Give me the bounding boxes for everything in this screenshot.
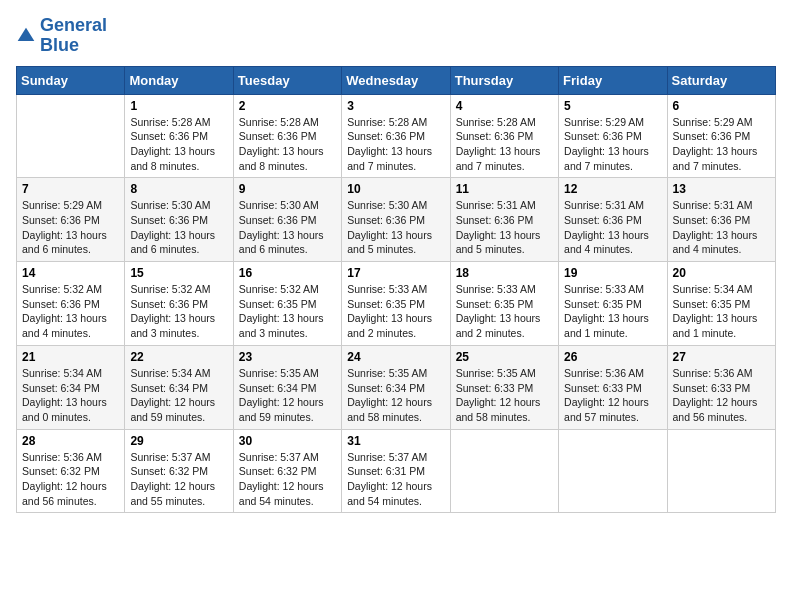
calendar-cell: 22Sunrise: 5:34 AMSunset: 6:34 PMDayligh… bbox=[125, 345, 233, 429]
calendar-cell: 15Sunrise: 5:32 AMSunset: 6:36 PMDayligh… bbox=[125, 262, 233, 346]
day-number: 6 bbox=[673, 99, 770, 113]
day-number: 12 bbox=[564, 182, 661, 196]
day-info: Sunrise: 5:34 AMSunset: 6:34 PMDaylight:… bbox=[130, 366, 227, 425]
calendar-cell: 19Sunrise: 5:33 AMSunset: 6:35 PMDayligh… bbox=[559, 262, 667, 346]
calendar-header: SundayMondayTuesdayWednesdayThursdayFrid… bbox=[17, 66, 776, 94]
day-number: 15 bbox=[130, 266, 227, 280]
day-number: 19 bbox=[564, 266, 661, 280]
weekday-header-monday: Monday bbox=[125, 66, 233, 94]
day-number: 30 bbox=[239, 434, 336, 448]
calendar-cell: 26Sunrise: 5:36 AMSunset: 6:33 PMDayligh… bbox=[559, 345, 667, 429]
logo-text: General Blue bbox=[40, 16, 107, 56]
calendar-cell: 5Sunrise: 5:29 AMSunset: 6:36 PMDaylight… bbox=[559, 94, 667, 178]
calendar-cell: 18Sunrise: 5:33 AMSunset: 6:35 PMDayligh… bbox=[450, 262, 558, 346]
calendar-cell bbox=[559, 429, 667, 513]
day-info: Sunrise: 5:30 AMSunset: 6:36 PMDaylight:… bbox=[130, 198, 227, 257]
day-number: 28 bbox=[22, 434, 119, 448]
day-info: Sunrise: 5:28 AMSunset: 6:36 PMDaylight:… bbox=[130, 115, 227, 174]
calendar-cell: 30Sunrise: 5:37 AMSunset: 6:32 PMDayligh… bbox=[233, 429, 341, 513]
day-info: Sunrise: 5:35 AMSunset: 6:34 PMDaylight:… bbox=[347, 366, 444, 425]
day-info: Sunrise: 5:28 AMSunset: 6:36 PMDaylight:… bbox=[456, 115, 553, 174]
weekday-header-wednesday: Wednesday bbox=[342, 66, 450, 94]
day-number: 1 bbox=[130, 99, 227, 113]
day-info: Sunrise: 5:37 AMSunset: 6:32 PMDaylight:… bbox=[130, 450, 227, 509]
calendar-cell: 29Sunrise: 5:37 AMSunset: 6:32 PMDayligh… bbox=[125, 429, 233, 513]
day-number: 22 bbox=[130, 350, 227, 364]
day-number: 18 bbox=[456, 266, 553, 280]
calendar-week-0: 1Sunrise: 5:28 AMSunset: 6:36 PMDaylight… bbox=[17, 94, 776, 178]
calendar-cell bbox=[17, 94, 125, 178]
logo-icon bbox=[16, 26, 36, 46]
calendar-body: 1Sunrise: 5:28 AMSunset: 6:36 PMDaylight… bbox=[17, 94, 776, 513]
day-number: 8 bbox=[130, 182, 227, 196]
page-header: General Blue bbox=[16, 16, 776, 56]
day-info: Sunrise: 5:31 AMSunset: 6:36 PMDaylight:… bbox=[564, 198, 661, 257]
svg-marker-0 bbox=[18, 27, 35, 40]
day-info: Sunrise: 5:29 AMSunset: 6:36 PMDaylight:… bbox=[564, 115, 661, 174]
day-info: Sunrise: 5:32 AMSunset: 6:36 PMDaylight:… bbox=[130, 282, 227, 341]
calendar-week-1: 7Sunrise: 5:29 AMSunset: 6:36 PMDaylight… bbox=[17, 178, 776, 262]
day-number: 11 bbox=[456, 182, 553, 196]
day-number: 17 bbox=[347, 266, 444, 280]
day-number: 24 bbox=[347, 350, 444, 364]
calendar-cell: 6Sunrise: 5:29 AMSunset: 6:36 PMDaylight… bbox=[667, 94, 775, 178]
calendar-cell: 7Sunrise: 5:29 AMSunset: 6:36 PMDaylight… bbox=[17, 178, 125, 262]
day-number: 3 bbox=[347, 99, 444, 113]
day-number: 13 bbox=[673, 182, 770, 196]
day-number: 2 bbox=[239, 99, 336, 113]
calendar-week-4: 28Sunrise: 5:36 AMSunset: 6:32 PMDayligh… bbox=[17, 429, 776, 513]
day-info: Sunrise: 5:30 AMSunset: 6:36 PMDaylight:… bbox=[239, 198, 336, 257]
weekday-header-tuesday: Tuesday bbox=[233, 66, 341, 94]
day-info: Sunrise: 5:37 AMSunset: 6:31 PMDaylight:… bbox=[347, 450, 444, 509]
day-number: 26 bbox=[564, 350, 661, 364]
day-info: Sunrise: 5:28 AMSunset: 6:36 PMDaylight:… bbox=[239, 115, 336, 174]
calendar-cell: 3Sunrise: 5:28 AMSunset: 6:36 PMDaylight… bbox=[342, 94, 450, 178]
calendar-cell: 12Sunrise: 5:31 AMSunset: 6:36 PMDayligh… bbox=[559, 178, 667, 262]
day-number: 29 bbox=[130, 434, 227, 448]
day-info: Sunrise: 5:35 AMSunset: 6:33 PMDaylight:… bbox=[456, 366, 553, 425]
day-number: 21 bbox=[22, 350, 119, 364]
calendar-cell bbox=[450, 429, 558, 513]
calendar-cell: 8Sunrise: 5:30 AMSunset: 6:36 PMDaylight… bbox=[125, 178, 233, 262]
day-number: 9 bbox=[239, 182, 336, 196]
day-number: 4 bbox=[456, 99, 553, 113]
calendar-cell: 4Sunrise: 5:28 AMSunset: 6:36 PMDaylight… bbox=[450, 94, 558, 178]
day-info: Sunrise: 5:30 AMSunset: 6:36 PMDaylight:… bbox=[347, 198, 444, 257]
calendar-cell: 25Sunrise: 5:35 AMSunset: 6:33 PMDayligh… bbox=[450, 345, 558, 429]
day-info: Sunrise: 5:29 AMSunset: 6:36 PMDaylight:… bbox=[22, 198, 119, 257]
day-info: Sunrise: 5:31 AMSunset: 6:36 PMDaylight:… bbox=[456, 198, 553, 257]
day-number: 14 bbox=[22, 266, 119, 280]
logo: General Blue bbox=[16, 16, 107, 56]
day-info: Sunrise: 5:36 AMSunset: 6:33 PMDaylight:… bbox=[564, 366, 661, 425]
calendar-cell: 20Sunrise: 5:34 AMSunset: 6:35 PMDayligh… bbox=[667, 262, 775, 346]
calendar-cell: 13Sunrise: 5:31 AMSunset: 6:36 PMDayligh… bbox=[667, 178, 775, 262]
day-number: 31 bbox=[347, 434, 444, 448]
calendar-cell: 14Sunrise: 5:32 AMSunset: 6:36 PMDayligh… bbox=[17, 262, 125, 346]
calendar-cell: 27Sunrise: 5:36 AMSunset: 6:33 PMDayligh… bbox=[667, 345, 775, 429]
calendar-cell: 9Sunrise: 5:30 AMSunset: 6:36 PMDaylight… bbox=[233, 178, 341, 262]
day-info: Sunrise: 5:28 AMSunset: 6:36 PMDaylight:… bbox=[347, 115, 444, 174]
day-number: 10 bbox=[347, 182, 444, 196]
calendar-cell: 1Sunrise: 5:28 AMSunset: 6:36 PMDaylight… bbox=[125, 94, 233, 178]
calendar-week-3: 21Sunrise: 5:34 AMSunset: 6:34 PMDayligh… bbox=[17, 345, 776, 429]
day-info: Sunrise: 5:33 AMSunset: 6:35 PMDaylight:… bbox=[456, 282, 553, 341]
day-info: Sunrise: 5:31 AMSunset: 6:36 PMDaylight:… bbox=[673, 198, 770, 257]
day-number: 25 bbox=[456, 350, 553, 364]
calendar-cell bbox=[667, 429, 775, 513]
calendar-cell: 28Sunrise: 5:36 AMSunset: 6:32 PMDayligh… bbox=[17, 429, 125, 513]
day-info: Sunrise: 5:34 AMSunset: 6:35 PMDaylight:… bbox=[673, 282, 770, 341]
day-number: 23 bbox=[239, 350, 336, 364]
day-info: Sunrise: 5:32 AMSunset: 6:35 PMDaylight:… bbox=[239, 282, 336, 341]
day-info: Sunrise: 5:33 AMSunset: 6:35 PMDaylight:… bbox=[347, 282, 444, 341]
calendar-week-2: 14Sunrise: 5:32 AMSunset: 6:36 PMDayligh… bbox=[17, 262, 776, 346]
calendar-cell: 21Sunrise: 5:34 AMSunset: 6:34 PMDayligh… bbox=[17, 345, 125, 429]
day-info: Sunrise: 5:33 AMSunset: 6:35 PMDaylight:… bbox=[564, 282, 661, 341]
day-info: Sunrise: 5:35 AMSunset: 6:34 PMDaylight:… bbox=[239, 366, 336, 425]
calendar-cell: 24Sunrise: 5:35 AMSunset: 6:34 PMDayligh… bbox=[342, 345, 450, 429]
day-info: Sunrise: 5:37 AMSunset: 6:32 PMDaylight:… bbox=[239, 450, 336, 509]
calendar-cell: 11Sunrise: 5:31 AMSunset: 6:36 PMDayligh… bbox=[450, 178, 558, 262]
calendar-cell: 16Sunrise: 5:32 AMSunset: 6:35 PMDayligh… bbox=[233, 262, 341, 346]
weekday-header-sunday: Sunday bbox=[17, 66, 125, 94]
calendar-cell: 2Sunrise: 5:28 AMSunset: 6:36 PMDaylight… bbox=[233, 94, 341, 178]
weekday-row: SundayMondayTuesdayWednesdayThursdayFrid… bbox=[17, 66, 776, 94]
